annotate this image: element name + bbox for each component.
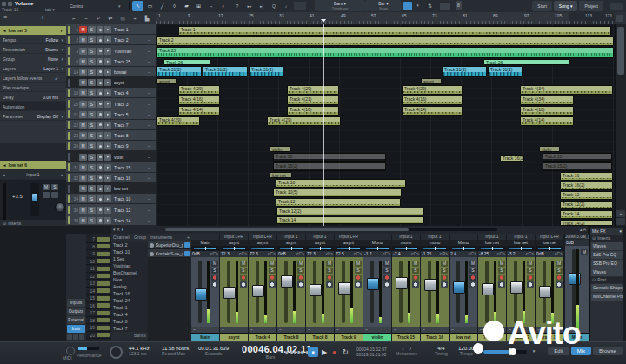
track-row[interactable]: 20 M S Track 3 ~ [66, 98, 156, 109]
track-row[interactable]: 24 M S Track 9 ~ [66, 141, 156, 151]
automation-row[interactable]: ~ [363, 327, 391, 333]
mute-button[interactable]: M [79, 217, 87, 224]
dropdown-caret-icon[interactable]: ▾ [58, 56, 63, 62]
arrange-tool-icon[interactable]: ◎ [117, 13, 129, 23]
mute-button[interactable]: M [79, 48, 87, 55]
track-name[interactable]: Track 5 [112, 112, 147, 117]
mute-button[interactable]: M [355, 261, 362, 267]
record-arm-button[interactable] [97, 79, 103, 86]
track-row[interactable]: 31 M S Track 15 ~ [66, 162, 156, 173]
strip-name-plate[interactable]: Track 8 [306, 333, 334, 341]
track-list-toggle-button[interactable] [440, 3, 450, 10]
inspector-row[interactable]: Parameter Display Off ▾ [0, 111, 66, 121]
track-row[interactable]: 23 M S Track 8 ~ [66, 130, 156, 141]
jog-wheel[interactable] [110, 346, 123, 359]
mixer-channel-strip[interactable]: Input 1 asynt 72.3 <L> M S [306, 234, 334, 341]
audio-clip[interactable]: Track 15(2) [543, 162, 612, 171]
speaker-icon[interactable]: ◗ [416, 3, 420, 8]
next-icon[interactable]: ▸ [61, 172, 63, 177]
pan-knob[interactable] [470, 281, 476, 288]
strip-gain-value[interactable]: 72.3 [221, 251, 230, 257]
strip-gain-value[interactable]: -7.4 [393, 251, 401, 257]
monitor-button[interactable] [51, 192, 58, 198]
arrangement-area[interactable]: Track 1 Track 2 Track 25 Track 26 Track … [156, 24, 615, 226]
solo-button[interactable]: S [88, 69, 96, 76]
track-row[interactable]: 36 M S Track 12 ~ [66, 204, 156, 215]
mute-button[interactable]: M [79, 164, 87, 171]
bank-channel-row[interactable]: 9 [86, 250, 111, 258]
automation-icon[interactable]: ~ [148, 208, 155, 213]
mixer-expand-icons[interactable]: ▴ A [580, 227, 586, 232]
arrange-tool-icon[interactable]: + [129, 13, 141, 23]
strip-name-plate[interactable]: Track 9 [335, 333, 363, 341]
channel-list-item[interactable]: Analog [111, 283, 148, 290]
post-plugin-item[interactable]: MixChannel Pro [591, 293, 623, 301]
record-arm-button[interactable] [97, 207, 103, 214]
loop-button[interactable]: ↻ [343, 347, 349, 358]
instrument-item[interactable]: SuperiorDru_pse1 [148, 241, 191, 249]
automation-icon[interactable]: ~ [148, 102, 155, 107]
speaker-icon[interactable]: ◗ [532, 347, 536, 354]
power-icon[interactable] [150, 243, 154, 248]
mixer-channel-strip[interactable]: Input L+R asynt 72.5 <C> M S [335, 234, 363, 341]
audio-clip[interactable]: Track 15 [273, 153, 386, 162]
edit-tool-button[interactable]: ◖ [217, 1, 229, 11]
seconds-display[interactable]: 00.01.31.639 Seconds [198, 346, 229, 356]
record-arm-button[interactable] [97, 132, 103, 139]
arrange-tool-icon[interactable]: ⌐ [68, 13, 80, 23]
inspector-row-value[interactable]: Drums [45, 47, 58, 52]
channel-gain-value[interactable]: +3.5 [12, 194, 23, 199]
record-arm-button[interactable] [97, 142, 103, 149]
mixer-h-scrollbar[interactable] [165, 228, 497, 231]
pan-slider[interactable] [421, 246, 449, 251]
automation-row[interactable]: ~ [478, 327, 506, 333]
bank-channel-row[interactable]: 11 [86, 265, 111, 273]
solo-button[interactable]: S [88, 58, 96, 65]
automation-row[interactable]: ~ [392, 327, 420, 333]
solo-button[interactable]: S [88, 154, 96, 161]
automation-icon[interactable]: ~ [148, 49, 155, 54]
automation-row[interactable]: ~ [536, 327, 563, 333]
strip-input-label[interactable]: Input L+R [536, 234, 563, 240]
strip-pan-value[interactable]: <C> [469, 251, 476, 257]
record-arm-button[interactable] [97, 58, 103, 65]
monitor-button[interactable] [104, 101, 111, 108]
audio-clip[interactable]: Track 4(29) [178, 85, 220, 95]
instrument-editor-button[interactable] [184, 242, 190, 248]
mute-button[interactable]: M [79, 207, 87, 214]
fader-handle[interactable] [223, 287, 236, 299]
arrange-tool-icon[interactable]: ⇄ [104, 13, 117, 23]
record-arm-button[interactable] [97, 217, 103, 224]
automation-row[interactable]: ~ [277, 327, 305, 333]
fader-handle[interactable] [424, 279, 436, 291]
time-signature-display[interactable]: 4/4 Timing [435, 346, 448, 356]
insert-plugin-item[interactable]: Waves [591, 268, 623, 276]
bank-channel-row[interactable]: 16 [86, 302, 111, 310]
timebase-dropdown[interactable]: Bars ▾ Timebase [315, 0, 365, 11]
track-row[interactable]: 2 M S Track 2 ~ [66, 35, 156, 45]
page-switch-button[interactable]: Start [532, 1, 552, 11]
audio-clip[interactable]: Track 4(16) [178, 96, 220, 105]
solo-button[interactable]: S [88, 36, 96, 43]
edit-tool-button[interactable]: ⊞ [193, 1, 204, 11]
record-arm-button[interactable] [97, 69, 103, 76]
mixer-channel-strip[interactable]: Input 1 asynt 0dB <C> M S [277, 234, 305, 341]
audio-clip[interactable]: Track 16 [560, 172, 613, 181]
track-name[interactable]: Track 4 [112, 90, 147, 96]
record-arm-button[interactable] [97, 185, 103, 192]
strip-pan-value[interactable]: <C> [296, 251, 304, 257]
record-button[interactable]: ● [332, 347, 336, 358]
inspector-selected-event[interactable]: ◂ low net 5 ◗ [0, 26, 66, 35]
edit-tool-button[interactable]: ◊ [169, 1, 180, 11]
solo-button[interactable]: S [88, 132, 96, 139]
audio-clip[interactable]: Track 4(34) [520, 96, 574, 105]
track-name[interactable]: asynt [112, 80, 147, 85]
mute-button[interactable]: M [79, 69, 87, 76]
automation-icon[interactable]: ~ [148, 122, 155, 128]
bank-channel-row[interactable]: 18 [86, 317, 111, 325]
mixer-channel-strip[interactable]: Input L+R asynt 72.3 <C> M S [220, 234, 248, 341]
audio-clip[interactable]: Track 12 [276, 198, 401, 207]
bank-channel-row[interactable]: 14 [86, 288, 111, 295]
strip-gain-value[interactable]: 72.5 [336, 251, 344, 257]
dropdown-caret-icon[interactable]: ▾ [58, 47, 63, 52]
